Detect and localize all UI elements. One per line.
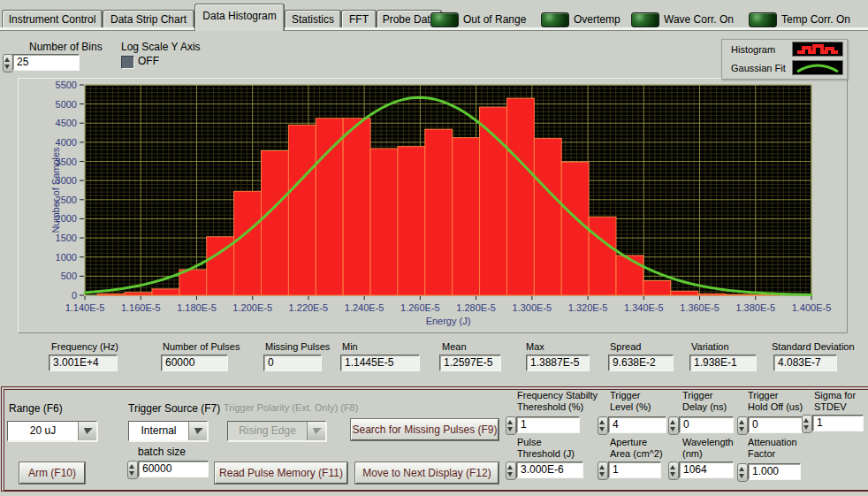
svg-text:1.360E-5: 1.360E-5 (680, 302, 720, 313)
trigger-delay-input[interactable]: 0 (679, 416, 734, 433)
batch-size-label: batch size (138, 446, 186, 458)
trigger-level-spinner[interactable] (598, 416, 608, 435)
svg-text:1.240E-5: 1.240E-5 (345, 302, 385, 313)
log-scale-state-label: OFF (138, 55, 159, 67)
search-missing-pulses-button[interactable]: Search for Missing Pulses (F9) (351, 419, 499, 440)
dropdown-arrow-icon (78, 422, 96, 440)
histogram-chart: 0500100015002000250030003500400045005000… (19, 79, 847, 332)
num-pulses-value: 60000 (161, 355, 228, 371)
svg-text:5000: 5000 (56, 99, 77, 110)
svg-text:0: 0 (72, 290, 77, 301)
legend-gaussian-label: Gaussian Fit (731, 63, 786, 73)
trigger-level-input[interactable]: 4 (608, 416, 666, 433)
front-panel: Instrument Control Data Strip Chart Data… (0, 0, 868, 496)
number-of-bins-input[interactable]: 25 (12, 54, 80, 71)
trigger-holdoff-spinner[interactable] (737, 416, 748, 435)
attenuation-factor-label: AttenuationFactor (748, 437, 797, 460)
trigger-source-label: Trigger Source (F7) (128, 402, 220, 415)
histogram-chart-frame: 0500100015002000250030003500400045005000… (18, 78, 848, 333)
wavelength-input[interactable]: 1064 (679, 462, 734, 478)
plot-legend: Histogram Gaussian Fit (721, 39, 848, 80)
variation-label: Variation (691, 341, 729, 352)
batch-size-spinner[interactable] (127, 461, 138, 479)
svg-text:1.140E-5: 1.140E-5 (65, 302, 105, 313)
spread-label: Spread (610, 341, 641, 352)
trigger-holdoff-label: TriggerHold Off (us) (748, 390, 803, 413)
freq-stability-label: Frequency StabiltyThereshold (%) (517, 390, 598, 413)
log-scale-checkbox[interactable] (121, 56, 134, 69)
batch-size-input[interactable]: 60000 (138, 461, 209, 477)
svg-text:1.340E-5: 1.340E-5 (624, 302, 664, 313)
read-pulse-memory-button[interactable]: Read Pulse Memory (F11) (215, 462, 347, 484)
min-label: Min (342, 341, 358, 352)
spread-value: 9.638E-2 (608, 355, 674, 371)
attenuation-factor-spinner[interactable] (737, 463, 748, 482)
tab-fft[interactable]: FFT (341, 10, 377, 29)
svg-text:1.180E-5: 1.180E-5 (177, 302, 217, 313)
trigger-polarity-dropdown: Rising Edge (227, 421, 326, 441)
range-value: 20 uJ (8, 422, 78, 440)
legend-histogram-row[interactable]: Histogram (722, 40, 847, 58)
temp-corr-label: Temp Corr. On (781, 13, 850, 26)
svg-text:1.380E-5: 1.380E-5 (735, 302, 775, 313)
sigma-stdev-spinner[interactable] (802, 415, 812, 433)
range-label: Range (F6) (9, 402, 63, 415)
missing-pulses-label: Missing Pulses (265, 341, 330, 352)
frequency-value: 3.001E+4 (49, 355, 118, 371)
sigma-stdev-label: Sigma forSTDEV (814, 390, 856, 413)
trigger-polarity-value: Rising Edge (228, 422, 307, 440)
num-pulses-label: Number of Pulses (163, 341, 240, 352)
svg-text:4500: 4500 (56, 118, 77, 128)
wavelength-label: Wavelength(nm) (682, 437, 734, 460)
pulse-threshold-spinner[interactable] (506, 462, 516, 480)
trigger-delay-spinner[interactable] (668, 416, 679, 435)
max-label: Max (526, 341, 544, 352)
svg-text:1.200E-5: 1.200E-5 (232, 302, 272, 313)
tab-statistics[interactable]: Statistics (285, 10, 341, 29)
svg-text:5500: 5500 (56, 80, 77, 90)
svg-text:1.260E-5: 1.260E-5 (400, 302, 440, 313)
svg-text:1000: 1000 (56, 252, 77, 263)
freq-stability-input[interactable]: 1 (516, 416, 580, 433)
gaussian-fit-icon (792, 60, 843, 75)
variation-value: 1.938E-1 (689, 355, 757, 371)
dropdown-arrow-icon (307, 422, 325, 440)
out-of-range-led-icon (430, 12, 459, 27)
move-next-display-button[interactable]: Move to Next Display (F12) (355, 462, 499, 484)
overtemp-led-icon (541, 12, 569, 27)
arm-button[interactable]: Arm (F10) (19, 462, 85, 484)
attenuation-factor-input[interactable]: 1.000 (748, 463, 801, 480)
range-dropdown[interactable]: 20 uJ (7, 421, 97, 441)
trigger-holdoff-input[interactable]: 0 (748, 416, 803, 433)
wave-corr-led-icon (631, 12, 659, 27)
legend-histogram-label: Histogram (731, 44, 775, 55)
stddev-value: 4.083E-7 (773, 355, 837, 371)
svg-text:4000: 4000 (56, 137, 77, 148)
stddev-label: Standard Deviation (772, 341, 855, 352)
legend-gaussian-row[interactable]: Gaussian Fit (722, 58, 847, 77)
mean-label: Mean (442, 341, 467, 352)
trigger-source-value: Internal (129, 422, 188, 440)
svg-text:1.280E-5: 1.280E-5 (456, 302, 496, 313)
dropdown-arrow-icon (188, 422, 207, 440)
wavelength-spinner[interactable] (668, 462, 679, 480)
tabbar-groove (0, 27, 868, 31)
trigger-source-dropdown[interactable]: Internal (128, 421, 208, 441)
frequency-label: Frequency (Hz) (51, 341, 118, 352)
sigma-stdev-input[interactable]: 1 (812, 415, 864, 431)
aperture-area-input[interactable]: 1 (608, 462, 661, 478)
overtemp-label: Overtemp (574, 13, 621, 26)
tab-data-histogram[interactable]: Data Histogram (194, 4, 285, 31)
number-of-bins-label: Number of Bins (29, 41, 103, 53)
svg-text:1.400E-5: 1.400E-5 (792, 302, 832, 313)
freq-stability-spinner[interactable] (506, 416, 516, 435)
svg-text:500: 500 (61, 271, 77, 281)
tab-instrument-control[interactable]: Instrument Control (2, 10, 103, 29)
tab-data-strip-chart[interactable]: Data Strip Chart (103, 10, 194, 29)
y-axis-label: Number of Samples (50, 147, 61, 233)
pulse-threshold-input[interactable]: 3.000E-6 (516, 462, 583, 478)
trigger-level-label: TriggerLevel (%) (610, 390, 651, 413)
aperture-area-spinner[interactable] (598, 462, 608, 480)
svg-text:1.160E-5: 1.160E-5 (121, 302, 161, 313)
log-scale-label: Log Scale Y Axis (121, 41, 201, 53)
